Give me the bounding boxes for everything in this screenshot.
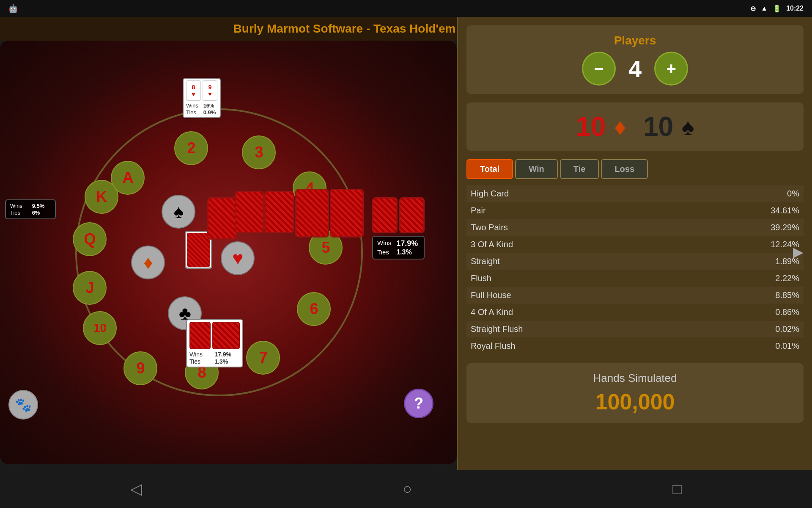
player-bottom-wins: 17.9% <box>214 351 240 358</box>
stat-label-7: 4 Of A Kind <box>471 307 513 317</box>
wheel-3[interactable]: 3 <box>242 135 276 169</box>
stat-label-9: Royal Flush <box>471 341 516 351</box>
tabs-section: Total Win Tie Loss <box>466 159 804 179</box>
wifi-icon: ▲ <box>761 5 768 12</box>
stat-label-0: High Card <box>471 189 509 199</box>
tab-tie[interactable]: Tie <box>560 159 599 179</box>
card2-suit: ♠ <box>682 113 694 141</box>
player-top-ties: 0.9% <box>203 109 217 116</box>
status-bar: 🤖 ⊖ ▲ 🔋 10:22 <box>0 0 812 17</box>
stat-label-2: Two Pairs <box>471 223 508 232</box>
stats-table: High Card 0% Pair 34.61% Two Pairs 39.29… <box>466 185 804 355</box>
stat-label-5: Flush <box>471 273 491 283</box>
nav-bar: ◁ ○ □ <box>0 470 812 508</box>
player-bottom-hand: Wins17.9% Ties1.3% <box>186 319 243 367</box>
community-card-1[interactable] <box>207 197 237 240</box>
minus-icon: ⊖ <box>750 5 756 13</box>
community-card-3[interactable] <box>264 191 294 233</box>
stat-label-4: Straight <box>471 257 500 266</box>
stat-row-4-of-kind: 4 Of A Kind 0.86% <box>466 304 804 321</box>
wheel-spade[interactable]: ♠ <box>162 195 195 229</box>
players-label: Players <box>475 34 795 47</box>
android-icon: 🤖 <box>8 4 18 13</box>
community-card-2[interactable] <box>235 191 264 233</box>
wheel-K[interactable]: K <box>85 180 118 214</box>
stat-row-two-pairs: Two Pairs 39.29% <box>466 219 804 236</box>
next-arrow[interactable]: ▶ <box>793 244 804 260</box>
player-bottom-ties: 1.3% <box>214 358 240 365</box>
stat-value-5: 2.22% <box>775 273 799 283</box>
stat-row-flush: Flush 2.22% <box>466 270 804 287</box>
logo: 🐾 <box>8 390 38 420</box>
players-section: Players − 4 + <box>466 25 804 94</box>
minus-player-button[interactable]: − <box>582 52 616 86</box>
clock: 10:22 <box>786 5 804 12</box>
tab-total[interactable]: Total <box>466 159 513 179</box>
hands-simulated-value: 100,000 <box>475 389 795 414</box>
stat-row-3-of-kind: 3 Of A Kind 12.24% <box>466 236 804 253</box>
stat-value-9: 0.01% <box>775 341 799 351</box>
stat-label-1: Pair <box>471 206 486 215</box>
hands-simulated-section: Hands Simulated 100,000 <box>466 363 804 423</box>
player-right-wins: 17.9% <box>396 239 420 248</box>
stat-row-pair: Pair 34.61% <box>466 202 804 219</box>
stat-value-6: 8.85% <box>775 290 799 300</box>
community-card-5[interactable] <box>330 189 364 237</box>
hands-simulated-label: Hands Simulated <box>475 372 795 385</box>
wheel-heart[interactable]: ♥ <box>221 241 255 275</box>
card1-suit: ♦ <box>614 113 626 141</box>
wheel-10[interactable]: 10 <box>83 311 117 345</box>
player-top-wins: 16% <box>203 102 217 109</box>
stat-row-full-house: Full House 8.85% <box>466 287 804 304</box>
stat-value-0: 0% <box>787 189 799 199</box>
player-right-cards: Wins17.9% Ties1.3% <box>372 197 425 260</box>
stat-value-1: 34.61% <box>771 206 799 215</box>
community-card-4[interactable] <box>295 189 329 237</box>
players-count: 4 <box>628 55 642 83</box>
stat-row-straight: Straight 1.89% <box>466 253 804 270</box>
wheel-Q[interactable]: Q <box>73 222 107 256</box>
right-panel: Players − 4 + 10 ♦ 10 ♠ Total Win Tie Lo… <box>457 17 812 487</box>
player-top-hand: 8♥ 9♥ Wins16% Ties0.9% <box>183 78 221 118</box>
tab-win[interactable]: Win <box>515 159 557 179</box>
card2-value: 10 <box>643 111 673 142</box>
nav-home-button[interactable]: ○ <box>403 480 412 498</box>
wheel-9[interactable]: 9 <box>123 351 157 385</box>
stat-value-7: 0.86% <box>775 307 799 317</box>
stat-label-8: Straight Flush <box>471 324 523 334</box>
tab-loss[interactable]: Loss <box>601 159 648 179</box>
wheel-7[interactable]: 7 <box>246 341 280 375</box>
stat-row-high-card: High Card 0% <box>466 185 804 202</box>
game-area: A 2 3 4 5 6 7 8 9 10 J Q K ♠ ♦ ♥ <box>0 41 457 464</box>
stat-label-6: Full House <box>471 290 511 300</box>
help-button[interactable]: ? <box>404 389 433 418</box>
card-display-section: 10 ♦ 10 ♠ <box>466 102 804 151</box>
wheel-J[interactable]: J <box>73 271 107 305</box>
nav-back-button[interactable]: ◁ <box>130 480 142 498</box>
nav-recent-button[interactable]: □ <box>672 480 682 498</box>
plus-player-button[interactable]: + <box>654 52 688 86</box>
stat-row-royal-flush: Royal Flush 0.01% <box>466 338 804 355</box>
card1-value: 10 <box>576 111 606 142</box>
player-right-ties: 1.3% <box>396 248 420 256</box>
player-left-wins: 9.5% <box>32 203 51 209</box>
wheel-diamond[interactable]: ♦ <box>131 246 165 279</box>
player-left-ties: 6% <box>32 210 51 216</box>
help-icon: ? <box>414 395 423 412</box>
stat-row-straight-flush: Straight Flush 0.02% <box>466 321 804 338</box>
stat-value-8: 0.02% <box>775 324 799 334</box>
battery-icon: 🔋 <box>773 5 781 13</box>
wheel-6[interactable]: 6 <box>297 292 331 326</box>
stat-label-3: 3 Of A Kind <box>471 240 513 249</box>
player-left-hand: Wins9.5% Ties6% <box>5 199 56 219</box>
wheel-2[interactable]: 2 <box>174 131 208 165</box>
stat-value-2: 39.29% <box>771 223 799 232</box>
